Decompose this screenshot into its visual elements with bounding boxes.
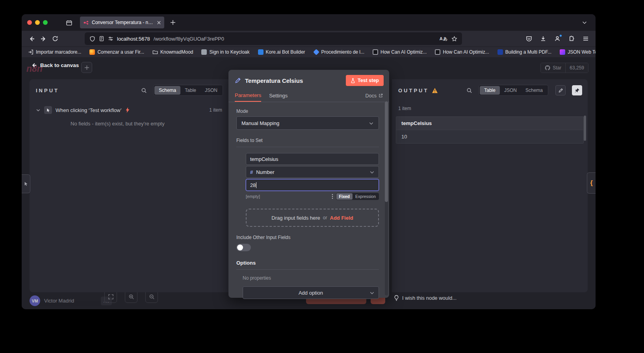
- field-type-select[interactable]: # Number: [246, 166, 379, 178]
- tab-schema[interactable]: Schema: [521, 86, 547, 95]
- tab-settings[interactable]: Settings: [269, 90, 288, 102]
- edit-output-button[interactable]: [555, 85, 566, 95]
- forward-icon[interactable]: [37, 33, 49, 45]
- url-bar[interactable]: localhost:5678/workflow/f8yVqGUOaF3rePP0…: [85, 32, 462, 45]
- firefox-view-icon[interactable]: [63, 17, 74, 28]
- field-name-input[interactable]: tempCelsius: [246, 153, 379, 165]
- bookmark-item[interactable]: Importar marcadore...: [28, 49, 81, 55]
- docs-link[interactable]: Docs: [366, 93, 383, 99]
- bookmark-item[interactable]: Kore.ai Bot Builder: [258, 49, 305, 55]
- new-tab-button[interactable]: [167, 17, 178, 28]
- bookmark-item[interactable]: How Can AI Optimiz...: [435, 49, 489, 55]
- no-properties-text: No properties: [243, 275, 379, 281]
- test-step-button[interactable]: Test step: [346, 75, 384, 86]
- tab-json[interactable]: JSON: [500, 86, 521, 95]
- permissions-icon[interactable]: [108, 36, 113, 41]
- tab-json[interactable]: JSON: [200, 86, 222, 95]
- node-detail-panel: Temperatura Celsius Test step Parameters…: [228, 70, 389, 298]
- divider: [236, 269, 379, 270]
- mode-select[interactable]: Manual Mapping: [236, 116, 379, 130]
- browser-window: Conversor Temperatura - n8...: [22, 14, 596, 309]
- back-icon[interactable]: [26, 33, 37, 45]
- divider: [236, 147, 379, 147]
- output-table-cell[interactable]: 10: [396, 130, 583, 143]
- tab-schema[interactable]: Schema: [154, 86, 180, 95]
- output-panel: OUTPUT Table JSON Schema: [392, 79, 588, 292]
- node-feedback-link[interactable]: I wish this node would...: [394, 295, 457, 301]
- back-to-canvas-button[interactable]: Back to canvas: [31, 62, 79, 68]
- translate-icon[interactable]: Aあ: [440, 36, 448, 42]
- bookmark-item[interactable]: How Can AI Optimiz...: [373, 49, 427, 55]
- manual-trigger-node-icon: [44, 106, 52, 114]
- maximize-window-button[interactable]: [43, 20, 48, 25]
- fixed-option[interactable]: Fixed: [336, 193, 353, 200]
- pocket-icon[interactable]: [523, 33, 535, 45]
- minimize-window-button[interactable]: [35, 20, 40, 25]
- chevron-down-icon: [369, 170, 375, 175]
- add-node-button[interactable]: [81, 62, 92, 73]
- url-path: /workflow/f8yVqGUOaF3rePP0: [154, 36, 224, 42]
- menu-icon[interactable]: [580, 33, 592, 45]
- bookmark-item[interactable]: Sign in to Keycloak: [201, 49, 249, 55]
- expression-option[interactable]: Expression: [353, 193, 379, 200]
- github-star-widget[interactable]: Star 63,259: [540, 63, 588, 73]
- scrollbar-thumb[interactable]: [385, 101, 388, 202]
- search-icon[interactable]: [141, 88, 147, 93]
- output-view-switcher: Table JSON Schema: [479, 85, 548, 96]
- kebab-menu-icon[interactable]: [332, 194, 333, 199]
- field-value-input[interactable]: 28: [246, 179, 379, 191]
- import-bookmarks-icon: [28, 49, 33, 55]
- user-name: Victor Madrid: [44, 298, 74, 304]
- input-source-row[interactable]: When clicking ‘Test workflow’ 1 item: [30, 106, 228, 114]
- options-label: Options: [236, 260, 379, 266]
- input-item-count: 1 item: [209, 107, 222, 113]
- bookmarks-bar: Importar marcadore... Comenzar a usar Fi…: [22, 47, 596, 57]
- search-icon[interactable]: [466, 88, 472, 93]
- field-group: tempCelsius # Number 28: [246, 153, 379, 191]
- bookmark-item[interactable]: Procedimiento de l...: [314, 49, 364, 55]
- kore-ai-icon: [258, 49, 264, 55]
- add-option-select[interactable]: Add option: [243, 286, 379, 299]
- close-window-button[interactable]: [27, 20, 32, 25]
- add-field-link[interactable]: Add Field: [330, 215, 353, 221]
- reload-icon[interactable]: [49, 33, 61, 45]
- bookmark-item[interactable]: Comenzar a usar Fir...: [89, 49, 144, 55]
- output-panel-title: OUTPUT: [398, 88, 429, 93]
- pin-data-button[interactable]: [572, 85, 582, 95]
- jwt-icon: [560, 49, 565, 55]
- tab-close-icon[interactable]: [157, 21, 161, 25]
- chevron-down-icon[interactable]: [36, 108, 41, 112]
- folder-icon: [152, 49, 158, 55]
- avatar[interactable]: VM: [30, 295, 40, 306]
- tab-parameters[interactable]: Parameters: [235, 90, 261, 102]
- shield-icon[interactable]: [89, 36, 95, 42]
- account-icon[interactable]: [551, 33, 563, 45]
- browser-tab[interactable]: Conversor Temperatura - n8...: [80, 17, 164, 28]
- include-other-toggle[interactable]: [236, 244, 251, 251]
- toolbar-right: [523, 33, 592, 45]
- bookmark-item[interactable]: Building a Multi PDF...: [497, 49, 551, 55]
- output-scrollbar[interactable]: [584, 116, 586, 141]
- tab-table[interactable]: Table: [180, 86, 200, 95]
- drag-fields-dropzone[interactable]: Drag input fields here or Add Field: [246, 209, 379, 227]
- selection-tool-tab[interactable]: [22, 174, 30, 193]
- document-bookmark-icon: [313, 49, 319, 55]
- extensions-icon[interactable]: [566, 33, 577, 45]
- page-info-icon[interactable]: [99, 36, 104, 41]
- lightning-bolt-icon: [125, 107, 130, 113]
- input-panel-title: INPUT: [36, 88, 59, 93]
- json-flyout-tab[interactable]: {: [587, 172, 596, 194]
- bookmark-item[interactable]: KnowmadMood: [152, 49, 193, 55]
- tab-list-chevron-icon[interactable]: [579, 17, 590, 28]
- lightbulb-icon: [394, 295, 399, 301]
- node-title[interactable]: Temperatura Celsius: [245, 77, 342, 84]
- output-table: tempCelsius 10: [396, 116, 584, 144]
- bookmark-item[interactable]: JSON Web Tokens -...: [560, 49, 596, 55]
- tab-table[interactable]: Table: [480, 86, 500, 95]
- bookmark-star-icon[interactable]: [451, 36, 457, 42]
- fields-to-set-label: Fields to Set: [236, 138, 379, 143]
- n8n-favicon-icon: [83, 20, 89, 26]
- downloads-icon[interactable]: [537, 33, 549, 45]
- output-table-header[interactable]: tempCelsius: [396, 117, 583, 130]
- node-panel-scrollbar[interactable]: [385, 101, 388, 295]
